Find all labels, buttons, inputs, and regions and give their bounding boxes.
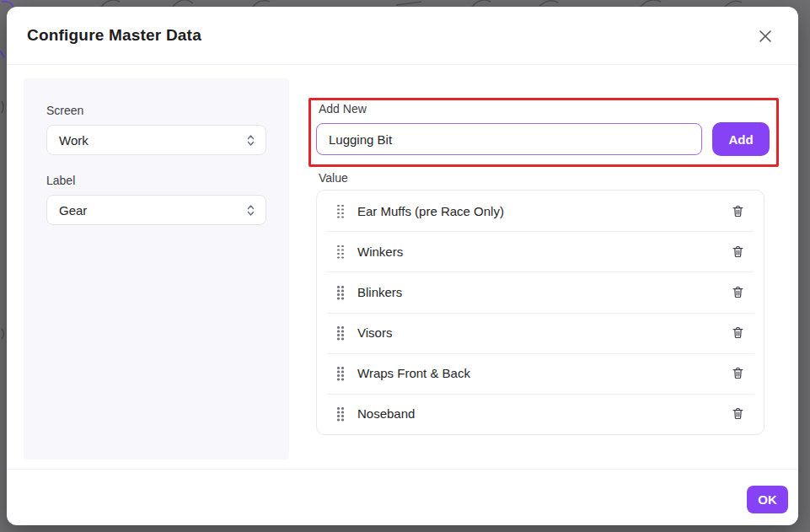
trash-icon <box>731 366 745 380</box>
drag-handle-icon[interactable] <box>337 285 344 299</box>
close-icon <box>759 30 772 43</box>
trash-icon <box>731 325 745 340</box>
delete-item-button[interactable] <box>728 364 747 383</box>
dialog-header: Configure Master Data <box>7 7 798 65</box>
close-button[interactable] <box>756 27 775 46</box>
delete-item-button[interactable] <box>728 405 747 423</box>
value-item-label: Wraps Front & Back <box>357 366 728 380</box>
label-select-value: Gear <box>59 203 87 218</box>
drag-handle-icon[interactable] <box>337 204 344 218</box>
trash-icon <box>731 204 745 218</box>
value-list-item: Winkers <box>317 231 764 271</box>
dialog-title: Configure Master Data <box>27 26 201 45</box>
trash-icon <box>731 285 745 299</box>
delete-item-button[interactable] <box>728 324 747 342</box>
drag-handle-icon[interactable] <box>337 406 344 421</box>
value-label: Value <box>319 171 348 185</box>
screen-field-label: Screen <box>46 104 266 117</box>
value-list-item: Blinkers <box>317 271 764 312</box>
trash-icon <box>731 406 745 421</box>
drag-handle-icon[interactable] <box>337 325 344 340</box>
value-list-item: Wraps Front & Back <box>317 353 764 394</box>
label-field-label: Label <box>46 174 266 187</box>
trash-icon <box>731 245 745 259</box>
drag-handle-icon[interactable] <box>337 366 344 380</box>
delete-item-button[interactable] <box>728 242 747 261</box>
add-new-label: Add New <box>319 102 367 116</box>
label-select[interactable]: Gear <box>46 195 266 225</box>
value-list-item: Visors <box>317 313 764 353</box>
delete-item-button[interactable] <box>728 202 747 220</box>
filter-panel: Screen Work Label Gear <box>24 78 289 459</box>
value-list-item: Noseband <box>317 394 764 434</box>
value-item-label: Noseband <box>357 406 728 421</box>
updown-chevron-icon <box>246 203 255 218</box>
value-list: Ear Muffs (pre Race Only) Winkers <box>316 190 764 435</box>
value-item-label: Winkers <box>357 245 728 259</box>
configure-master-data-dialog: Configure Master Data Screen Work Label … <box>7 7 798 525</box>
value-item-label: Visors <box>357 325 728 340</box>
delete-item-button[interactable] <box>728 282 747 301</box>
screen-select[interactable]: Work <box>46 125 266 155</box>
updown-chevron-icon <box>246 133 255 148</box>
screen-select-value: Work <box>59 133 89 148</box>
add-new-input[interactable] <box>316 123 702 155</box>
dialog-footer: OK <box>7 469 798 525</box>
value-item-label: Ear Muffs (pre Race Only) <box>357 204 728 218</box>
value-list-item: Ear Muffs (pre Race Only) <box>317 191 764 231</box>
ok-button[interactable]: OK <box>747 486 788 513</box>
value-item-label: Blinkers <box>357 285 728 299</box>
drag-handle-icon[interactable] <box>337 245 344 259</box>
add-button[interactable]: Add <box>712 122 770 156</box>
